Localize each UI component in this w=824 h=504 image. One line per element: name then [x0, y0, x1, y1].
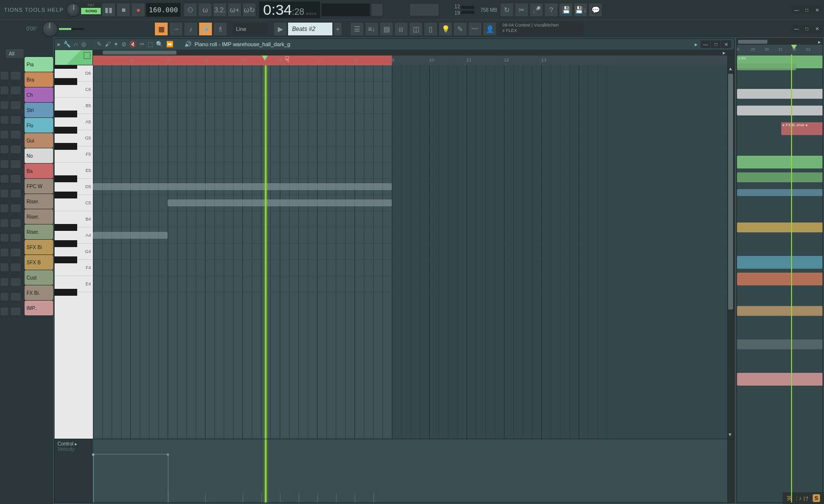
view-plugin-icon[interactable]: ▯ — [424, 22, 438, 36]
wait-input-icon[interactable]: ω — [198, 3, 212, 17]
channel-led[interactable] — [0, 233, 9, 242]
overdub-icon[interactable]: ω+ — [228, 3, 241, 17]
channel-opt[interactable] — [10, 219, 21, 227]
pr-tool-icon[interactable]: 🔧 — [63, 41, 71, 48]
channel-opt[interactable] — [10, 86, 21, 95]
playlist-clip[interactable] — [737, 273, 823, 285]
channel-opt[interactable] — [10, 278, 21, 286]
channel-button[interactable]: Pia — [25, 57, 53, 72]
cut-icon[interactable]: ✂ — [515, 3, 529, 17]
pr-mute-icon[interactable]: 🔇 — [129, 41, 137, 48]
channel-led[interactable] — [0, 278, 9, 286]
channel-led[interactable] — [0, 307, 9, 316]
channel-led[interactable] — [0, 145, 9, 154]
channel-led[interactable] — [0, 115, 9, 124]
playlist-clip[interactable] — [737, 373, 823, 386]
channel-button[interactable]: Riser. — [25, 224, 53, 239]
tempo-display[interactable]: 160.000 — [146, 3, 180, 17]
channel-led[interactable] — [0, 219, 9, 227]
channel-opt[interactable] — [10, 292, 21, 301]
pr-menu-icon[interactable]: ▸ — [58, 41, 60, 48]
channel-opt[interactable] — [10, 115, 21, 124]
channel-button[interactable]: No — [25, 148, 53, 163]
pr-zoom-icon[interactable]: 🔍 — [156, 41, 163, 48]
midi-icon[interactable]: ♗ — [213, 22, 227, 36]
control-label[interactable]: Control — [58, 441, 73, 447]
help-icon[interactable]: ? — [544, 3, 558, 17]
channel-led[interactable] — [0, 71, 9, 80]
channel-led[interactable] — [0, 263, 9, 272]
pr-snap-icon[interactable]: ∩ — [74, 41, 78, 48]
pr-max-button[interactable]: □ — [711, 40, 721, 48]
step-mode-icon[interactable]: → — [169, 22, 183, 36]
undo-history-icon[interactable]: ↻ — [500, 3, 514, 17]
hslider[interactable] — [59, 28, 84, 30]
metronome-icon[interactable]: ⏲ — [183, 3, 197, 17]
channel-button[interactable]: Riser. — [25, 209, 53, 224]
channel-button[interactable]: IMP.. — [25, 301, 53, 315]
save-icon[interactable]: 💾 — [559, 3, 573, 17]
channel-button[interactable]: Flu — [25, 118, 53, 133]
channel-opt[interactable] — [10, 160, 21, 168]
pr-target-icon[interactable]: ◎ — [81, 41, 86, 48]
piano-keyboard[interactable]: D6C6B5A5G5F5E5D5C5B4A4G4F4E4 — [55, 65, 93, 439]
pr-select-icon[interactable]: ⬚ — [147, 41, 153, 48]
main-menu[interactable]: TIONS TOOLS HELP — [2, 7, 65, 13]
playlist-tracks[interactable]: s #2▸ FX B..erse ◂ — [737, 55, 823, 503]
channel-led[interactable] — [0, 130, 9, 139]
channel-led[interactable] — [0, 86, 9, 95]
view-channelrack-icon[interactable]: ▤ — [380, 22, 393, 36]
tool-user-icon[interactable]: 👤 — [483, 22, 497, 36]
note[interactable] — [168, 199, 392, 206]
channel-button[interactable]: Bra — [25, 72, 53, 87]
link-note-icon[interactable]: ♪ — [184, 22, 198, 36]
channel-led[interactable] — [0, 189, 9, 198]
play-pattern-icon[interactable]: ▶ — [273, 22, 287, 36]
tool-brush-icon[interactable]: ✎ — [453, 22, 467, 36]
playlist-clip[interactable] — [737, 189, 823, 196]
playlist-clip[interactable] — [737, 89, 823, 99]
note[interactable] — [93, 232, 168, 239]
panel-playlist-icon[interactable]: ▦ — [154, 22, 168, 36]
playlist-clip[interactable]: ▸ FX B..erse ◂ — [781, 122, 823, 135]
main-volume-knob[interactable] — [66, 3, 80, 17]
pat-song-switch[interactable]: PAT SONG — [81, 2, 101, 17]
channel-button[interactable]: Cust — [25, 270, 53, 285]
channel-opt[interactable] — [10, 174, 21, 183]
pr-min-button[interactable]: — — [701, 40, 710, 48]
record-button[interactable]: ● — [131, 3, 145, 17]
pr-draw-icon[interactable]: ✎ — [97, 41, 102, 48]
pattern-selector[interactable]: Beats #2 — [288, 23, 332, 35]
pr-close-button[interactable]: ✕ — [721, 40, 731, 48]
pr-chevron-icon[interactable]: ▸ — [695, 41, 698, 48]
countdown-icon[interactable]: 3.2. — [213, 3, 227, 17]
pl-min-button[interactable]: — — [792, 25, 801, 33]
pr-timeline-ruler[interactable]: ☟ 2345678910111213 — [93, 56, 727, 65]
view-playlist-icon[interactable]: ☰ — [350, 22, 364, 36]
pr-vscrollbar[interactable]: ▴ ▾ — [727, 65, 734, 439]
render-icon[interactable]: 💾↓ — [574, 3, 588, 17]
channel-opt[interactable] — [10, 71, 21, 80]
pl-scroll-right-icon[interactable]: ▸ — [817, 39, 823, 45]
channel-opt[interactable] — [10, 101, 21, 110]
channel-led[interactable] — [0, 248, 9, 257]
pitch-knob[interactable] — [42, 21, 58, 37]
minimize-button[interactable]: — — [792, 6, 801, 14]
ime-bar[interactable]: 英 : ♪ け S — [783, 492, 824, 504]
channel-opt[interactable] — [10, 130, 21, 139]
playlist-clip[interactable] — [737, 306, 823, 316]
channel-opt[interactable] — [10, 248, 21, 257]
tool-light-icon[interactable]: 💡 — [439, 22, 452, 36]
channel-button[interactable]: Stri — [25, 103, 53, 117]
loop-record-icon[interactable]: ω↻ — [242, 3, 256, 17]
pr-hscrollbar[interactable]: ▸ — [93, 50, 727, 56]
channel-led[interactable] — [0, 174, 9, 183]
view-browser-icon[interactable]: ◫ — [409, 22, 423, 36]
pr-erase-icon[interactable]: ⊘ — [121, 41, 126, 48]
pr-paint-icon[interactable]: 🖌 — [105, 41, 111, 48]
channel-opt[interactable] — [10, 307, 21, 316]
pl-close-button[interactable]: ✕ — [812, 25, 822, 33]
pr-speaker-icon[interactable]: 🔊 — [184, 41, 192, 48]
pr-corner[interactable] — [55, 50, 93, 65]
channel-button[interactable]: Ch — [25, 87, 53, 102]
